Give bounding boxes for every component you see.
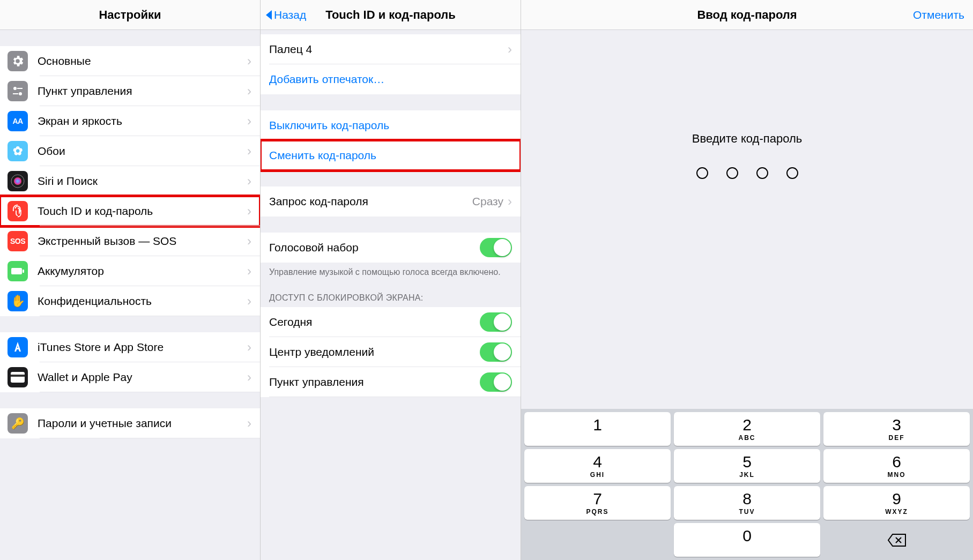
svg-rect-7 [23,270,24,273]
numeric-keypad: 1 2ABC3DEF4GHI5JKL6MNO7PQRS8TUV9WXYZ0 [521,409,973,560]
lockscreen-switch[interactable] [480,342,512,362]
settings-row[interactable]: iTunes Store и App Store› [0,332,260,362]
settings-row[interactable]: ✿Обои› [0,136,260,166]
chevron-right-icon: › [247,54,251,69]
touchid-list: Палец 4 › Добавить отпечаток… Выключить … [261,30,521,560]
keypad-key-6[interactable]: 6MNO [823,449,970,483]
add-fingerprint-row[interactable]: Добавить отпечаток… [261,64,521,94]
voice-dial-switch[interactable] [480,238,512,257]
voice-dial-row[interactable]: Голосовой набор [261,233,521,263]
chevron-right-icon: › [247,174,251,189]
chevron-right-icon: › [508,194,512,209]
flower-icon: ✿ [8,141,28,161]
settings-row-label: Аккумулятор [38,265,247,278]
AA-icon: AA [8,111,28,131]
lockscreen-toggle-row[interactable]: Сегодня [261,307,521,337]
lockscreen-switch[interactable] [480,312,512,332]
passcode-dot [756,167,768,179]
lockscreen-toggle-row[interactable]: Центр уведомлений [261,337,521,367]
keypad-blank [524,523,671,557]
voice-dial-footer: Управление музыкой с помощью голоса всег… [261,263,521,283]
keypad-key-0[interactable]: 0 [674,523,820,557]
back-label: Назад [274,9,306,21]
keypad-key-8[interactable]: 8TUV [674,486,820,520]
settings-row-label: Основные [38,55,247,68]
settings-row-label: Экран и яркость [38,115,247,128]
svg-rect-1 [17,88,23,89]
lockscreen-switch[interactable] [480,372,512,392]
navbar-passcode: Ввод код-пароля Отменить [521,0,973,30]
sliders-icon [8,81,28,101]
SOS-icon: SOS [8,231,28,251]
settings-row[interactable]: Аккумулятор› [0,256,260,286]
svg-point-0 [13,87,17,90]
keypad-key-4[interactable]: 4GHI [524,449,671,483]
chevron-right-icon: › [247,84,251,99]
settings-row[interactable]: Основные› [0,46,260,76]
fingerprint-label: Палец 4 [269,43,508,56]
nav-title: Настройки [0,8,260,22]
settings-row[interactable]: Siri и Поиск› [0,166,260,196]
keypad-key-5[interactable]: 5JKL [674,449,820,483]
lockscreen-toggle-row[interactable]: Пункт управления [261,367,521,397]
chevron-right-icon: › [508,42,512,57]
passcode-dot [726,167,738,179]
settings-row[interactable]: Wallet и Apple Pay› [0,362,260,392]
settings-row-label: Обои [38,145,247,158]
settings-row-label: Wallet и Apple Pay [38,371,247,384]
passcode-prompt: Введите код-пароль [521,132,973,146]
settings-row-label: Конфиденциальность [38,295,247,308]
navbar-settings: Настройки [0,0,260,30]
battery-icon [8,261,28,281]
settings-row[interactable]: SOSЭкстренный вызов — SOS› [0,226,260,256]
svg-rect-8 [11,372,25,383]
settings-row[interactable]: Пункт управления› [0,76,260,106]
wallet-icon [8,367,28,387]
keypad-key-3[interactable]: 3DEF [823,412,970,446]
settings-row-label: Пароли и учетные записи [38,417,247,430]
lockscreen-toggle-label: Сегодня [269,316,480,328]
svg-point-2 [19,92,22,95]
settings-row[interactable]: 🔑Пароли и учетные записи› [0,408,260,438]
settings-list: Основные›Пункт управления›AAЭкран и ярко… [0,30,260,560]
require-passcode-row[interactable]: Запрос код-пароля Сразу › [261,186,521,216]
chevron-right-icon: › [247,264,251,279]
add-fingerprint-label: Добавить отпечаток… [269,73,512,86]
navbar-touchid: Назад Touch ID и код-пароль [261,0,521,30]
svg-rect-6 [11,268,22,274]
chevron-right-icon: › [247,294,251,309]
back-button[interactable]: Назад [261,9,306,21]
svg-point-5 [14,177,21,185]
passcode-dot [786,167,798,179]
nav-title: Ввод код-пароля [521,8,973,22]
siri-icon [8,171,28,191]
require-passcode-label: Запрос код-пароля [269,195,472,208]
settings-row[interactable]: Touch ID и код-пароль› [0,196,260,226]
settings-root-column: Настройки Основные›Пункт управления›AAЭк… [0,0,261,560]
settings-row[interactable]: AAЭкран и яркость› [0,106,260,136]
settings-row-label: Пункт управления [38,85,247,98]
chevron-right-icon: › [247,114,251,129]
chevron-right-icon: › [247,370,251,385]
disable-passcode-row[interactable]: Выключить код-пароль [261,110,521,140]
A-icon [8,337,28,357]
touchid-column: Назад Touch ID и код-пароль Палец 4 › До… [261,0,521,560]
chevron-left-icon [266,10,272,20]
gear-icon [8,51,28,71]
change-passcode-row[interactable]: Сменить код-пароль [261,140,521,170]
chevron-right-icon: › [247,416,251,431]
keypad-delete-button[interactable] [823,523,970,557]
lockscreen-toggle-label: Пункт управления [269,376,480,389]
passcode-dots [521,167,973,179]
settings-row-label: Touch ID и код-пароль [38,205,247,218]
chevron-right-icon: › [247,144,251,159]
settings-row[interactable]: ✋Конфиденциальность› [0,286,260,316]
settings-row-label: iTunes Store и App Store [38,341,247,354]
cancel-button[interactable]: Отменить [913,9,973,21]
keypad-key-1[interactable]: 1 [524,412,671,446]
keypad-key-2[interactable]: 2ABC [674,412,820,446]
keypad-key-9[interactable]: 9WXYZ [823,486,970,520]
fingerprint-row[interactable]: Палец 4 › [261,34,521,64]
keypad-key-7[interactable]: 7PQRS [524,486,671,520]
hand-icon: ✋ [8,291,28,311]
